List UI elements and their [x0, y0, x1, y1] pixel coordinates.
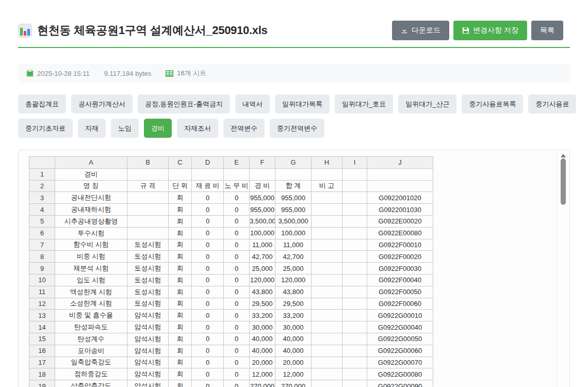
cell-B18[interactable]: 암석시험: [127, 368, 169, 380]
cell-C2[interactable]: 단 위: [169, 180, 192, 192]
cell-C6[interactable]: 회: [169, 227, 192, 239]
sheet-tab-중기사용료목록[interactable]: 중기사용료목록: [462, 94, 523, 114]
cell-A8[interactable]: 비중 시험: [55, 251, 127, 263]
cell-A4[interactable]: 공내재하시험: [55, 204, 127, 216]
row-header-6[interactable]: 6: [29, 227, 55, 239]
cell-H18[interactable]: [312, 368, 342, 380]
cell-I2[interactable]: [342, 180, 367, 192]
cell-H2[interactable]: 비 고: [312, 180, 342, 192]
cell-C14[interactable]: 회: [169, 321, 192, 333]
cell-E8[interactable]: 0: [224, 251, 250, 263]
cell-H5[interactable]: [312, 215, 342, 227]
cell-I4[interactable]: [342, 204, 367, 216]
cell-I11[interactable]: [342, 286, 367, 298]
cell-B17[interactable]: 암석시험: [127, 357, 169, 368]
cell-D5[interactable]: 0: [192, 215, 224, 227]
cell-I5[interactable]: [342, 215, 367, 227]
cell-A14[interactable]: 탄성파속도: [55, 321, 127, 333]
row-header-4[interactable]: 4: [29, 204, 55, 216]
cell-E11[interactable]: 0: [224, 286, 250, 298]
row-header-15[interactable]: 15: [29, 333, 55, 345]
cell-H13[interactable]: [312, 310, 342, 321]
cell-H6[interactable]: [312, 227, 342, 239]
cell-I19[interactable]: [342, 380, 367, 387]
cell-E14[interactable]: 0: [224, 321, 250, 333]
cell-D12[interactable]: 0: [192, 298, 224, 310]
cell-A10[interactable]: 입도 시험: [55, 274, 127, 286]
row-header-19[interactable]: 19: [29, 380, 55, 387]
list-button[interactable]: 목록: [531, 21, 563, 40]
scrollbar-thumb[interactable]: [561, 158, 566, 205]
cell-B9[interactable]: 토성시험: [127, 263, 169, 275]
cell-F12[interactable]: 29,500: [250, 298, 275, 310]
cell-F10[interactable]: 120,000: [250, 274, 275, 286]
cell-C15[interactable]: 회: [169, 333, 192, 345]
cell-G11[interactable]: 43,800: [275, 286, 312, 298]
cell-C3[interactable]: 회: [169, 192, 192, 204]
cell-J13[interactable]: G0922G00010: [367, 310, 433, 321]
cell-H7[interactable]: [312, 239, 342, 251]
cell-J16[interactable]: G0922G00060: [367, 345, 433, 357]
cell-G10[interactable]: 120,000: [275, 274, 312, 286]
cell-G3[interactable]: 955,000: [275, 192, 312, 204]
cell-G13[interactable]: 33,200: [275, 310, 312, 321]
row-header-5[interactable]: 5: [29, 215, 55, 227]
column-header-E[interactable]: E: [224, 157, 250, 169]
sheet-tab-자재조서[interactable]: 자재조서: [177, 119, 218, 138]
cell-G1[interactable]: [275, 168, 312, 180]
cell-H19[interactable]: [312, 380, 342, 387]
cell-A17[interactable]: 일축압축강도: [55, 357, 127, 368]
cell-C8[interactable]: 회: [169, 251, 192, 263]
cell-J17[interactable]: G0922G00070: [367, 357, 433, 368]
cell-C4[interactable]: 회: [169, 204, 192, 216]
sheet-tab-내역서[interactable]: 내역서: [235, 94, 270, 114]
cell-C16[interactable]: 회: [169, 345, 192, 357]
cell-C5[interactable]: 회: [169, 215, 192, 227]
cell-I7[interactable]: [342, 239, 367, 251]
row-header-9[interactable]: 9: [29, 263, 55, 275]
row-header-14[interactable]: 14: [29, 321, 55, 333]
cell-J19[interactable]: G0922G00090: [367, 380, 433, 387]
cell-D16[interactable]: 0: [192, 345, 224, 357]
cell-E1[interactable]: [224, 168, 250, 180]
cell-G16[interactable]: 40,000: [275, 345, 312, 357]
cell-B12[interactable]: 토성시험: [127, 298, 169, 310]
cell-D15[interactable]: 0: [192, 333, 224, 345]
cell-I15[interactable]: [342, 333, 367, 345]
cell-E10[interactable]: 0: [224, 274, 250, 286]
cell-A13[interactable]: 비중 및 흡수율: [55, 310, 127, 321]
cell-A7[interactable]: 함수비 시험: [55, 239, 127, 251]
cell-I12[interactable]: [342, 298, 367, 310]
cell-D9[interactable]: 0: [192, 263, 224, 275]
column-header-B[interactable]: B: [127, 157, 169, 169]
cell-D8[interactable]: 0: [192, 251, 224, 263]
cell-I14[interactable]: [342, 321, 367, 333]
cell-G18[interactable]: 12,000: [275, 368, 312, 380]
cell-B19[interactable]: 암석시험: [127, 380, 169, 387]
row-header-10[interactable]: 10: [29, 274, 55, 286]
cell-F4[interactable]: 955,000: [250, 204, 275, 216]
sheet-tab-중기전역변수[interactable]: 중기전역변수: [270, 119, 324, 138]
cell-C7[interactable]: 회: [169, 239, 192, 251]
cell-B10[interactable]: 토성시험: [127, 274, 169, 286]
cell-H11[interactable]: [312, 286, 342, 298]
cell-D10[interactable]: 0: [192, 274, 224, 286]
cell-G19[interactable]: 270,000: [275, 380, 312, 387]
row-header-1[interactable]: 1: [29, 168, 55, 180]
cell-G9[interactable]: 25,000: [275, 263, 312, 275]
cell-D11[interactable]: 0: [192, 286, 224, 298]
cell-H15[interactable]: [312, 333, 342, 345]
cell-E17[interactable]: 0: [224, 357, 250, 368]
cell-G2[interactable]: 합 계: [275, 180, 312, 192]
cell-J7[interactable]: G0922F00010: [367, 239, 433, 251]
cell-E4[interactable]: 0: [224, 204, 250, 216]
cell-G17[interactable]: 20,000: [275, 357, 312, 368]
cell-E18[interactable]: 0: [224, 368, 250, 380]
sheet-tab-공정,동원인원표-출력금지[interactable]: 공정,동원인원표-출력금지: [138, 94, 230, 114]
cell-B15[interactable]: 암석시험: [127, 333, 169, 345]
cell-G15[interactable]: 40,000: [275, 333, 312, 345]
cell-B3[interactable]: [127, 192, 169, 204]
cell-I9[interactable]: [342, 263, 367, 275]
cell-I1[interactable]: [342, 168, 367, 180]
cell-B5[interactable]: [127, 215, 169, 227]
